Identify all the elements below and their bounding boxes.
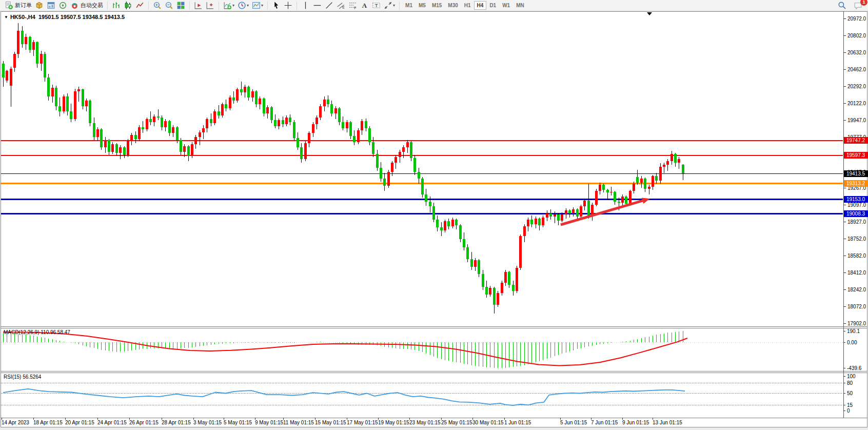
time-tick-label: 30 May 01:15 [472,420,504,425]
svg-text:E: E [342,6,345,9]
text-label-button[interactable]: T [370,1,382,11]
timeframe-m1-button[interactable]: M1 [402,1,416,10]
cursor-button[interactable] [270,1,282,11]
time-tick-label: 15 May 01:15 [315,420,346,425]
candle-body [583,201,586,207]
timeframe-h1-button[interactable]: H1 [461,1,474,10]
signal-icon [58,1,67,10]
candle-body [425,194,427,202]
candle-body [466,247,469,259]
vertical-line-button[interactable] [300,1,311,11]
candle-body [63,96,65,111]
auto-trading-button[interactable]: 自动交易 [69,1,105,11]
candle-body [459,225,462,239]
timeframe-d1-button[interactable]: D1 [486,1,499,10]
line-chart-icon [135,1,144,10]
candle-body [176,127,179,140]
symbol-dropdown-icon[interactable]: ▼ [4,15,8,19]
candle-body [618,202,620,203]
crosshair-button[interactable] [282,1,294,11]
candle-body [10,69,12,86]
candle-body [274,120,277,126]
candle-body [353,136,356,142]
chat-icon[interactable]: 1 [852,1,864,11]
candle-body [436,220,439,227]
candle-body [387,172,390,186]
periods-button[interactable]: ▾ [236,1,250,11]
shapes-button[interactable]: ▾ [382,1,397,11]
candle-body [134,135,137,139]
line-chart-button[interactable] [134,1,146,11]
timeframe-m30-button[interactable]: M30 [445,1,461,10]
cursor-icon [272,1,281,10]
rsi-tick-label: 50 [847,390,853,396]
candle-body [180,140,182,152]
price-tick-label: 18412.0 [847,270,866,276]
channel-button[interactable]: E [335,1,347,11]
candle-body [644,179,646,188]
candle-body [210,119,212,123]
new-order-button[interactable]: 新订单 [3,1,33,11]
time-tick-label: 19 May 01:15 [378,420,409,425]
search-icon[interactable] [836,1,848,11]
candle-body [595,191,598,205]
horizontal-line-button[interactable] [311,1,323,11]
tile-windows-icon [176,1,185,10]
add-indicator-button[interactable]: ▾ [222,1,236,11]
candle-body [130,135,133,141]
timeframe-w1-button[interactable]: W1 [499,1,513,10]
templates-dropdown-icon[interactable]: ▾ [261,3,263,8]
add-indicator-dropdown-icon[interactable]: ▾ [232,3,234,8]
candle-body [206,119,208,128]
tile-windows-button[interactable] [175,1,187,11]
candle-body [512,285,515,291]
candle-chart-button[interactable] [122,1,134,11]
candle-body [629,191,632,204]
market-window-button[interactable] [45,1,57,11]
svg-text:T: T [375,3,378,8]
fibonacci-button[interactable]: F [347,1,359,11]
cube-button[interactable] [33,1,45,11]
candle-body [542,218,544,225]
candle-body [191,144,193,156]
price-tick-label: 20802.0 [847,33,866,38]
timeframe-m5-button[interactable]: M5 [416,1,429,10]
candle-body [100,129,103,147]
candle-body [89,101,91,123]
signal-button[interactable] [57,1,69,11]
toolbar-left-group: 新订单自动交易▾▾▾EFAT▾ [3,1,402,11]
candle-body [312,124,314,133]
add-indicator-icon [223,1,232,10]
candle-body [418,172,420,179]
zoom-out-button[interactable] [163,1,175,11]
candle-body [58,106,61,111]
candle-body [240,89,243,92]
zoom-in-button[interactable] [151,1,163,11]
candle-body [380,168,382,179]
candle-body [123,147,126,155]
timeframe-h4-button[interactable]: H4 [474,1,487,10]
auto-scroll-button[interactable] [192,1,204,11]
zoom-out-icon [165,1,173,10]
periods-dropdown-icon[interactable]: ▾ [247,3,249,8]
candle-body [146,119,148,129]
candle-body [232,97,235,101]
chart-shift-button[interactable] [204,1,216,11]
templates-button[interactable]: ▾ [250,1,265,11]
timeframe-mn-button[interactable]: MN [513,1,527,10]
bar-chart-button[interactable] [110,1,122,11]
macd-tick-label: 0.00 [847,340,857,345]
timeframe-m15-button[interactable]: M15 [429,1,445,10]
candle-body [394,157,397,163]
shapes-dropdown-icon[interactable]: ▾ [393,3,395,8]
text-button[interactable]: A [359,1,370,11]
candle-body [319,106,322,117]
price-chip-label: 19597.3 [846,152,865,158]
crosshair-icon [284,1,292,10]
candle-body [652,176,654,187]
text-icon: A [360,1,369,10]
trendline-button[interactable] [323,1,335,11]
chart-shift-icon [206,1,214,10]
candle-body [516,268,518,290]
chart-canvas[interactable]: 20972.020802.020632.020462.020292.020122… [0,0,868,430]
